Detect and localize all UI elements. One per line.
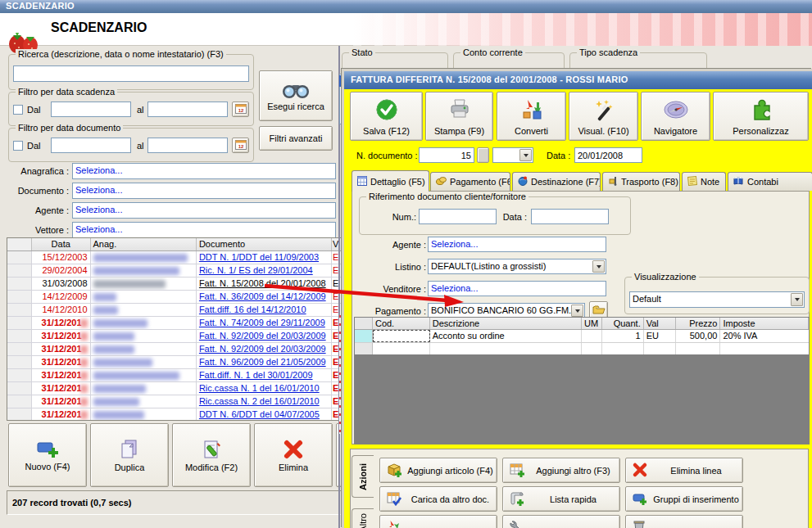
converti-button[interactable]: Converti	[497, 92, 566, 141]
documento-cell[interactable]: Fatt. N. 96/2009 del 21/05/2009	[197, 356, 332, 368]
venditore-field[interactable]: Seleziona...	[428, 281, 606, 296]
documento-link[interactable]: Fatt. N. 36/2009 del 14/12/2009	[199, 291, 329, 301]
documento-link[interactable]: Ric. N. 1/ ES del 29/01/2004	[199, 265, 329, 275]
table-row[interactable]: 14/12/2010Fatt.diff. 16 del 14/12/2010E	[7, 304, 342, 317]
listino-combo[interactable]: DEFAULT(Listino a grossisti)	[428, 259, 606, 274]
vettore-select[interactable]: Seleziona...	[72, 222, 336, 238]
row-selector-cell[interactable]	[7, 304, 32, 316]
search-input[interactable]	[13, 65, 249, 82]
documento-cell[interactable]: DDT N. 6/DDT del 04/07/2005	[197, 408, 332, 421]
lista-rapida-button[interactable]: Lista rapida	[502, 486, 620, 512]
documento-cell[interactable]: Fatt.diff. N. 1 del 30/01/2009	[197, 369, 332, 381]
cod-cell[interactable]	[373, 330, 430, 342]
results-table[interactable]: Data Anag. Documento V 15/12/2003DDT N. …	[7, 237, 342, 421]
table-row[interactable]: 31/12/201Fatt. N. 92/2009 del 20/03/2009…	[7, 343, 342, 356]
imposte-cell[interactable]: 20% IVA	[720, 330, 809, 342]
personalizza-button[interactable]: Personalizzaz	[713, 92, 809, 141]
dialog-titlebar[interactable]: FATTURA DIFFERITA N. 15/2008 del 20/01/2…	[344, 71, 812, 89]
window-titlebar[interactable]: SCADENZARIO	[0, 0, 812, 13]
documento-link[interactable]: Fatt. N. 92/2009 del 20/03/2009	[199, 344, 329, 354]
anagrafica-select[interactable]: Seleziona...	[72, 163, 336, 179]
row-selector-cell[interactable]	[7, 317, 32, 329]
n-documento-small-button[interactable]	[477, 147, 489, 163]
documento-cell[interactable]: Fatt. N. 92/2009 del 20/03/2009	[197, 343, 332, 355]
filter-documento-to-input[interactable]	[147, 138, 228, 153]
documento-link[interactable]: Fatt. N. 92/2009 del 20/03/2009	[199, 331, 329, 341]
partial-action-button-3[interactable]	[625, 515, 743, 528]
documento-cell[interactable]: Fatt.diff. 16 del 14/12/2010	[197, 304, 332, 316]
documento-link[interactable]: Fatt. N. 74/2009 del 29/11/2009	[199, 318, 329, 327]
documento-link[interactable]: Fatt. N. 96/2009 del 21/05/2009	[199, 357, 329, 367]
documento-link[interactable]: Ric.cassa N. 1 del 16/01/2010	[199, 383, 329, 393]
elimina-button[interactable]: Elimina	[254, 423, 333, 487]
row-selector-cell[interactable]	[7, 251, 32, 264]
grid-row-empty[interactable]	[355, 343, 809, 355]
table-row[interactable]: 31/12/201DDT N. 6/DDT del 04/07/2005E	[7, 408, 342, 421]
filter-documento-checkbox[interactable]	[13, 141, 23, 151]
documento-cell[interactable]: Ric.cassa N. 1 del 16/01/2010	[197, 382, 332, 395]
tab-dettaglio[interactable]: Dettaglio (F5)	[352, 170, 429, 192]
table-row[interactable]: 31/03/2008Fatt. N. 15/2008 del 20/01/200…	[7, 278, 342, 291]
filter-scadenza-to-input[interactable]	[147, 102, 228, 117]
documento-cell[interactable]: Fatt. N. 74/2009 del 29/11/2009	[197, 317, 332, 329]
row-selector-cell[interactable]	[7, 408, 32, 421]
row-selector-cell[interactable]	[7, 395, 32, 408]
filter-documento-calendar-button[interactable]: 12	[232, 138, 249, 153]
descrizione-cell[interactable]: Acconto su ordine	[430, 330, 582, 342]
carica-da-altro-doc-button[interactable]: Carica da altro doc.	[379, 486, 497, 512]
documento-select[interactable]: Seleziona...	[72, 183, 336, 199]
row-selector-cell[interactable]	[7, 356, 32, 368]
documento-cell[interactable]: Ric.cassa N. 2 del 16/01/2010	[197, 395, 332, 408]
filter-scadenza-checkbox[interactable]	[13, 105, 23, 115]
tab-destinazione[interactable]: Destinazione (F7)	[512, 172, 601, 191]
modifica-button[interactable]: Modifica (F2)	[172, 423, 251, 487]
documento-link[interactable]: DDT N. 1/DDT del 11/09/2003	[199, 252, 329, 262]
data-input[interactable]	[574, 147, 642, 163]
row-selector-cell[interactable]	[7, 382, 32, 395]
rif-num-input[interactable]	[419, 209, 497, 224]
prezzo-cell[interactable]: 500,00	[676, 330, 721, 342]
table-row[interactable]: 31/12/201Fatt. N. 74/2009 del 29/11/2009…	[7, 317, 342, 330]
um-cell[interactable]	[582, 330, 602, 342]
elimina-linea-button[interactable]: Elimina linea	[625, 458, 743, 483]
agente-field[interactable]: Seleziona...	[428, 237, 606, 252]
filter-documento-from-input[interactable]	[51, 138, 131, 153]
table-row[interactable]: 15/12/2003DDT N. 1/DDT del 11/09/2003E	[7, 251, 342, 264]
documento-cell[interactable]: DDT N. 1/DDT del 11/09/2003	[197, 251, 332, 264]
filtri-avanzati-button[interactable]: Filtri avanzati	[259, 126, 333, 151]
table-row[interactable]: 31/12/201Fatt. N. 92/2009 del 20/03/2009…	[7, 330, 342, 343]
table-row[interactable]: 29/02/2004Ric. N. 1/ ES del 29/01/2004E	[7, 264, 342, 278]
tab-altro[interactable]: Altro	[352, 508, 374, 528]
row-selector-cell[interactable]	[7, 369, 32, 381]
lines-grid[interactable]: Cod. Descrizione UM Quant. Val Prezzo Im…	[354, 317, 810, 356]
row-selector-cell[interactable]	[7, 343, 32, 355]
quant-cell[interactable]: 1	[602, 330, 644, 342]
partial-action-button-1[interactable]	[379, 515, 497, 528]
tab-azioni[interactable]: Azioni	[352, 455, 374, 498]
table-row[interactable]: 14/12/2009Fatt. N. 36/2009 del 14/12/200…	[7, 291, 342, 304]
row-selector[interactable]	[355, 330, 373, 342]
grid-row-1[interactable]: Acconto su ordine 1 EU 500,00 20% IVA	[355, 330, 809, 343]
aggiungi-articolo-button[interactable]: Aggiungi articolo (F4)	[379, 458, 497, 483]
duplica-button[interactable]: Duplica	[90, 423, 169, 487]
row-selector-cell[interactable]	[7, 330, 32, 342]
documento-cell[interactable]: Ric. N. 1/ ES del 29/01/2004	[197, 264, 332, 277]
documento-link[interactable]: Fatt. N. 15/2008 del 20/01/2008	[199, 278, 329, 288]
partial-action-button-2[interactable]	[502, 515, 620, 528]
documento-cell[interactable]: Fatt. N. 36/2009 del 14/12/2009	[197, 291, 332, 303]
tab-note[interactable]: Note	[682, 172, 726, 191]
stampa-button[interactable]: Stampa (F9)	[425, 92, 493, 141]
documento-link[interactable]: Ric.cassa N. 2 del 16/01/2010	[199, 396, 329, 406]
row-selector-cell[interactable]	[7, 291, 32, 303]
visualizzazione-combo[interactable]: Default	[629, 291, 805, 308]
table-row[interactable]: 31/12/201Ric.cassa N. 2 del 16/01/2010E	[7, 395, 342, 408]
rif-data-input[interactable]	[531, 209, 609, 224]
documento-cell[interactable]: Fatt. N. 15/2008 del 20/01/2008	[197, 278, 332, 290]
documento-link[interactable]: Fatt.diff. N. 1 del 30/01/2009	[199, 370, 329, 380]
aggiungi-altro-button[interactable]: Aggiungi altro (F3)	[502, 458, 620, 483]
documento-cell[interactable]: Fatt. N. 92/2009 del 20/03/2009	[197, 330, 332, 342]
filter-scadenza-from-input[interactable]	[51, 102, 131, 117]
row-selector-cell[interactable]	[7, 264, 32, 277]
tab-pagamento[interactable]: Pagamento (F6)	[430, 172, 510, 191]
filter-scadenza-calendar-button[interactable]: 12	[232, 102, 249, 117]
